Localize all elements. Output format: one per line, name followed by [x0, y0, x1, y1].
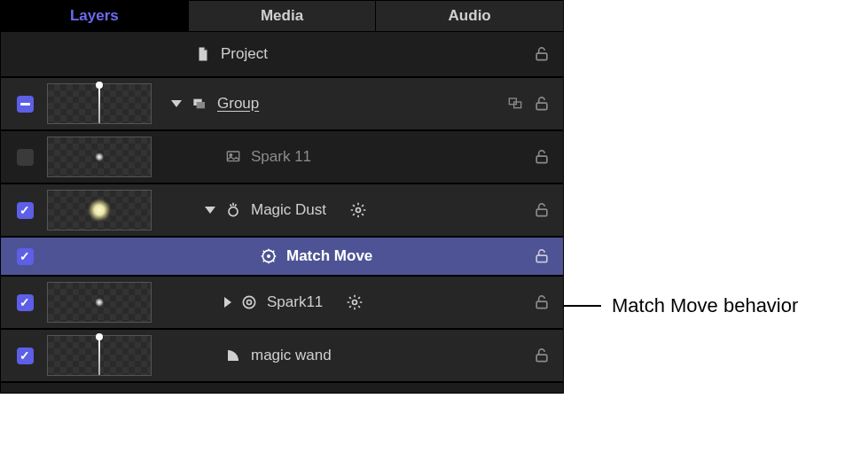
visibility-checkbox[interactable] — [17, 96, 34, 113]
svg-point-13 — [267, 254, 270, 258]
particle-cell-icon — [240, 294, 258, 310]
svg-point-16 — [247, 301, 252, 305]
layer-thumbnail — [47, 282, 152, 323]
svg-rect-18 — [536, 301, 547, 309]
svg-rect-19 — [536, 355, 547, 362]
layer-thumbnail — [47, 83, 152, 124]
row-magic-wand[interactable]: magic wand — [1, 329, 563, 382]
visibility-checkbox[interactable] — [17, 294, 34, 311]
document-icon — [194, 46, 212, 62]
annotation-callout: Match Move behavior — [564, 294, 798, 317]
row-label: Project — [221, 45, 268, 63]
unlock-icon[interactable] — [533, 293, 551, 311]
tab-audio[interactable]: Audio — [376, 1, 563, 31]
tab-layers[interactable]: Layers — [1, 1, 189, 31]
svg-rect-5 — [536, 103, 547, 110]
row-spark11-cell[interactable]: Spark11 — [1, 276, 563, 329]
svg-rect-0 — [536, 53, 547, 59]
visibility-checkbox[interactable] — [17, 149, 34, 166]
emitter-icon — [224, 202, 242, 218]
svg-point-7 — [230, 154, 232, 157]
disclosure-triangle-icon[interactable] — [171, 100, 182, 107]
layer-thumbnail — [47, 190, 152, 230]
unlock-icon[interactable] — [533, 45, 551, 63]
gear-icon[interactable] — [346, 293, 364, 311]
svg-rect-2 — [197, 102, 205, 108]
row-label: magic wand — [251, 347, 332, 364]
unlock-icon[interactable] — [533, 247, 551, 265]
tab-media[interactable]: Media — [189, 1, 377, 31]
layer-thumbnail — [47, 335, 152, 376]
svg-point-15 — [243, 296, 254, 308]
disclosure-triangle-icon[interactable] — [224, 297, 231, 308]
unlock-icon[interactable] — [533, 347, 551, 364]
group-icon — [191, 96, 208, 112]
row-spark11-disabled[interactable]: Spark 11 — [1, 130, 563, 184]
visibility-checkbox[interactable] — [17, 348, 34, 364]
row-match-move[interactable]: Match Move — [1, 237, 563, 276]
clip-overlap-icon[interactable] — [506, 97, 524, 111]
svg-point-17 — [353, 301, 357, 305]
svg-rect-3 — [509, 98, 516, 105]
behavior-gear-icon — [260, 248, 278, 264]
annotation-text: Match Move behavior — [601, 294, 798, 317]
svg-rect-11 — [536, 209, 547, 216]
svg-rect-6 — [227, 152, 239, 161]
row-magic-dust[interactable]: Magic Dust — [1, 184, 563, 237]
row-label: Spark11 — [267, 293, 323, 311]
disclosure-triangle-icon[interactable] — [205, 207, 215, 214]
panel-tabs: Layers Media Audio — [1, 1, 563, 31]
visibility-checkbox[interactable] — [17, 248, 34, 265]
row-group[interactable]: Group — [1, 77, 563, 130]
svg-point-9 — [229, 207, 238, 216]
svg-point-10 — [356, 208, 361, 213]
row-label: Magic Dust — [251, 201, 326, 219]
shape-icon — [224, 348, 242, 363]
annotation-leader-line — [564, 305, 601, 307]
visibility-checkbox[interactable] — [17, 202, 34, 219]
row-label: Group — [217, 95, 259, 113]
svg-rect-8 — [536, 156, 547, 163]
svg-rect-14 — [536, 255, 547, 262]
row-label: Spark 11 — [251, 148, 311, 166]
layers-panel: Layers Media Audio Project — [0, 0, 564, 394]
row-project[interactable]: Project — [1, 31, 563, 77]
image-icon — [224, 149, 242, 165]
unlock-icon[interactable] — [533, 95, 551, 113]
gear-icon[interactable] — [349, 201, 367, 219]
row-label: Match Move — [286, 247, 372, 265]
unlock-icon[interactable] — [533, 148, 551, 166]
unlock-icon[interactable] — [533, 201, 551, 219]
layer-thumbnail — [47, 137, 152, 177]
